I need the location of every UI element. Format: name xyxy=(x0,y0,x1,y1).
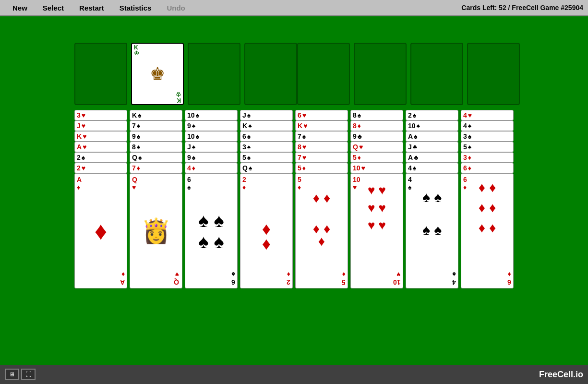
card[interactable]: 8♠ xyxy=(350,110,403,120)
card[interactable]: 8♠ xyxy=(130,142,182,152)
card[interactable]: 9♠ xyxy=(185,152,238,163)
monitor-icon[interactable]: 🖥 xyxy=(5,369,19,380)
card-rank-br: 5♦ xyxy=(342,271,346,286)
card[interactable]: K♥ xyxy=(74,131,127,142)
card[interactable]: 5♠ xyxy=(240,152,293,163)
card[interactable]: J♣ xyxy=(406,142,458,152)
card[interactable]: 4♦ xyxy=(185,163,238,173)
column-7: 2♠ 10♠ A♠ J♣ A♣ 4♠ 4♠ ♠ ♠♠ ♠ 4♠ xyxy=(406,110,458,288)
foundation-3[interactable] xyxy=(410,43,463,105)
freecell-4[interactable] xyxy=(244,43,297,105)
card[interactable]: 2♠ xyxy=(406,110,458,120)
freecell-2[interactable]: K♔ ♚ K♔ xyxy=(131,43,184,105)
freecell-1[interactable] xyxy=(74,43,127,105)
foundation-1[interactable] xyxy=(297,43,350,105)
column-4: J♠ K♠ 6♠ 3♠ 5♠ Q♠ 2♦ ♦ ♦ 2♦ xyxy=(240,110,293,288)
card-suit-center: ♦ ♦♦ ♦♦ ♦ xyxy=(479,178,496,238)
card[interactable]: 7♥ xyxy=(295,152,348,163)
card[interactable]: J♠ xyxy=(240,110,293,120)
card-last[interactable]: 4♠ ♠ ♠♠ ♠ 4♠ xyxy=(406,173,458,288)
menu-restart[interactable]: Restart xyxy=(72,2,112,14)
game-area: K♔ ♚ K♔ 3♥ J♥ K♥ A♥ 2♠ 2♥ xyxy=(0,16,588,365)
foundations xyxy=(297,43,520,105)
card[interactable]: 3♠ xyxy=(461,131,514,142)
card[interactable]: K♥ xyxy=(295,120,348,131)
card[interactable]: 10♠ xyxy=(185,110,238,120)
card-last[interactable]: 10♥ ♥ ♥♥ ♥♥ ♥ 10♥ xyxy=(350,173,403,288)
card[interactable]: 4♠ xyxy=(406,163,458,173)
card-face: 👸 xyxy=(141,217,171,245)
card[interactable]: 5♦ xyxy=(350,152,403,163)
card-last[interactable]: A♦ ♦ A♦ xyxy=(74,173,127,288)
card[interactable]: 7♦ xyxy=(130,163,182,173)
card[interactable]: Q♠ xyxy=(240,163,293,173)
status-bar: Cards Left: 52 / FreeCell Game #25904 xyxy=(461,4,583,12)
card[interactable]: 8♥ xyxy=(295,142,348,152)
card[interactable]: K♠ xyxy=(240,120,293,131)
card-rank-br: 2♦ xyxy=(287,271,290,286)
menu-select[interactable]: Select xyxy=(35,2,72,14)
column-8: 4♥ 4♠ 3♠ 5♠ 3♦ 6♦ 6♦ ♦ ♦♦ ♦♦ ♦ 6♦ xyxy=(461,110,514,288)
card-suit-2: ♦ xyxy=(262,234,271,254)
column-2: K♠ 7♠ 9♠ 8♠ Q♠ 7♦ Q♥ 👸 Q♥ xyxy=(130,110,182,288)
card[interactable]: 7♠ xyxy=(130,120,182,131)
card-rank-br: 6♦ xyxy=(507,271,511,286)
card-last[interactable]: 2♦ ♦ ♦ 2♦ xyxy=(240,173,293,288)
foundation-2[interactable] xyxy=(354,43,407,105)
card-suit-mid: ♦ xyxy=(318,234,325,249)
card[interactable]: Q♥ xyxy=(350,142,403,152)
menu-statistics[interactable]: Statistics xyxy=(112,2,159,14)
card-suit-center: ♠ ♠♠ ♠ xyxy=(198,210,224,252)
column-3: 10♠ 9♠ 10♠ J♠ 9♠ 4♦ 6♠ ♠ ♠♠ ♠ 6♠ xyxy=(185,110,238,288)
card[interactable]: J♠ xyxy=(185,142,238,152)
card-rank-tl: 5♦ xyxy=(298,176,301,191)
freecell-2-face: ♚ xyxy=(150,64,165,84)
card-queen[interactable]: Q♥ 👸 Q♥ xyxy=(130,173,182,288)
freecell-2-rank: K♔ xyxy=(134,45,139,56)
card[interactable]: 5♦ xyxy=(295,163,348,173)
card-last[interactable]: 6♦ ♦ ♦♦ ♦♦ ♦ 6♦ xyxy=(461,173,514,288)
card[interactable]: 2♥ xyxy=(74,163,127,173)
card[interactable]: 4♥ xyxy=(461,110,514,120)
menu-undo[interactable]: Undo xyxy=(159,2,192,14)
card[interactable]: A♥ xyxy=(74,142,127,152)
card[interactable]: 9♣ xyxy=(350,131,403,142)
card-rank-br: A♦ xyxy=(120,271,125,286)
card[interactable]: 10♠ xyxy=(406,120,458,131)
card[interactable]: 10♠ xyxy=(185,131,238,142)
card-last[interactable]: 5♦ ♦ ♦♦ ♦ ♦ 5♦ xyxy=(295,173,348,288)
card[interactable]: 2♠ xyxy=(74,152,127,163)
foundation-4[interactable] xyxy=(467,43,520,105)
card[interactable]: 3♥ xyxy=(74,110,127,120)
card[interactable]: 4♠ xyxy=(461,120,514,131)
card[interactable]: 6♥ xyxy=(295,110,348,120)
card[interactable]: 6♠ xyxy=(240,131,293,142)
card-rank-tl: 2♦ xyxy=(242,176,246,191)
card-suit-center: ♥ ♥♥ ♥♥ ♥ xyxy=(368,182,386,234)
card[interactable]: 3♦ xyxy=(461,152,514,163)
freecell-3[interactable] xyxy=(188,43,240,105)
card[interactable]: 9♠ xyxy=(130,131,182,142)
card[interactable]: 10♥ xyxy=(350,163,403,173)
card-rank-tl: 6♦ xyxy=(463,176,467,191)
card-rank-br: 6♠ xyxy=(231,271,235,286)
card[interactable]: A♣ xyxy=(406,152,458,163)
card[interactable]: Q♠ xyxy=(130,152,182,163)
card-rank-tl: 10♥ xyxy=(353,176,360,191)
card[interactable]: 9♠ xyxy=(185,120,238,131)
column-1: 3♥ J♥ K♥ A♥ 2♠ 2♥ A♦ ♦ A♦ xyxy=(74,110,127,288)
card[interactable]: K♠ xyxy=(130,110,182,120)
card-columns: 3♥ J♥ K♥ A♥ 2♠ 2♥ A♦ ♦ A♦ K♠ 7♠ 9♠ 8♠ Q♠… xyxy=(74,110,514,288)
fullscreen-icon[interactable]: ⛶ xyxy=(21,369,36,380)
menu-new[interactable]: New xyxy=(5,2,35,14)
card[interactable]: 5♠ xyxy=(461,142,514,152)
card[interactable]: 6♦ xyxy=(461,163,514,173)
card[interactable]: 3♠ xyxy=(240,142,293,152)
card[interactable]: J♥ xyxy=(74,120,127,131)
card-last[interactable]: 6♠ ♠ ♠♠ ♠ 6♠ xyxy=(185,173,238,288)
card[interactable]: A♠ xyxy=(406,131,458,142)
column-5: 6♥ K♥ 7♠ 8♥ 7♥ 5♦ 5♦ ♦ ♦♦ ♦ ♦ 5♦ xyxy=(295,110,348,288)
card-suit-center: ♠ ♠♠ ♠ xyxy=(422,189,442,238)
card[interactable]: 7♠ xyxy=(295,131,348,142)
card[interactable]: 8♦ xyxy=(350,120,403,131)
